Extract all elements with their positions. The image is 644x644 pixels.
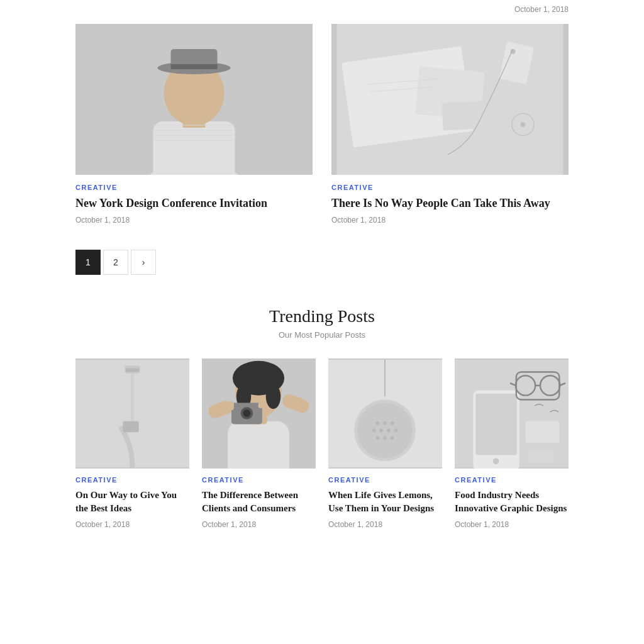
featured-card-2-image [331,24,569,175]
trending-card-3-date: October 1, 2018 [328,520,442,529]
trending-image-phone-glasses [455,358,569,469]
trending-card-1-category: Creative [75,476,189,484]
trending-card-4-date: October 1, 2018 [455,520,569,529]
svg-rect-26 [123,421,138,433]
trending-header: Trending Posts Our Most Popular Posts [75,306,569,340]
trending-card-2-content: Creative The Difference Between Clients … [202,476,316,529]
trending-section: Trending Posts Our Most Popular Posts [75,306,569,529]
svg-point-36 [266,384,280,409]
svg-point-54 [383,436,387,440]
svg-rect-11 [153,140,235,141]
svg-point-39 [243,410,251,418]
trending-card-4-category: Creative [455,476,569,484]
trending-card-1-content: Creative On Our Way to Give You the Best… [75,476,189,529]
trending-card-2-date: October 1, 2018 [202,520,316,529]
trending-card-3-category: Creative [328,476,442,484]
featured-card-1-category: Creative [75,184,313,191]
trending-card-4-title[interactable]: Food Industry Needs Innovative Graphic D… [455,489,569,515]
svg-point-50 [379,429,383,433]
trending-subtitle: Our Most Popular Posts [75,330,569,340]
trending-image-usb [75,358,189,469]
page-2-button[interactable]: 2 [103,250,128,275]
pagination: 1 2 › [75,250,569,275]
svg-point-47 [383,421,387,425]
svg-point-46 [375,421,379,425]
trending-card-2-category: Creative [202,476,316,484]
phone-glasses-illustration [455,358,569,469]
trending-image-speaker [328,358,442,469]
svg-point-19 [521,122,526,127]
svg-rect-2 [153,121,235,175]
svg-rect-25 [131,374,134,429]
speaker-illustration [328,358,442,469]
featured-card-2-title[interactable]: There Is No Way People Can Take This Awa… [331,196,569,211]
svg-point-45 [357,403,413,458]
trending-card-4-image [455,358,569,469]
svg-point-48 [391,421,394,425]
svg-point-49 [372,429,375,433]
trending-card-1: Creative On Our Way to Give You the Best… [75,358,189,529]
svg-rect-10 [153,135,235,136]
trending-card-3-image [328,358,442,469]
top-date-text: October 1, 2018 [514,5,569,14]
svg-rect-58 [475,394,517,455]
svg-point-55 [391,436,394,440]
page-1-button[interactable]: 1 [75,250,101,275]
svg-rect-24 [126,369,139,372]
svg-point-59 [493,458,499,465]
trending-card-2: Creative The Difference Between Clients … [202,358,316,529]
trending-card-2-title[interactable]: The Difference Between Clients and Consu… [202,489,316,515]
man-illustration [75,24,313,175]
featured-image-man [75,24,313,175]
featured-posts-grid: Creative New York Design Conference Invi… [75,24,569,225]
featured-card-1-title[interactable]: New York Design Conference Invitation [75,196,313,211]
svg-rect-66 [526,421,560,443]
trending-image-woman-camera [202,358,316,469]
woman-camera-illustration [202,358,316,469]
featured-card-1-image [75,24,313,175]
featured-card-2-content: Creative There Is No Way People Can Take… [331,175,569,225]
svg-point-52 [394,429,398,433]
featured-card-1-content: Creative New York Design Conference Invi… [75,175,313,225]
trending-title: Trending Posts [75,306,569,326]
featured-card-2: Creative There Is No Way People Can Take… [331,24,569,225]
trending-card-1-title[interactable]: On Our Way to Give You the Best Ideas [75,489,189,515]
usb-illustration [75,358,189,469]
svg-rect-8 [153,125,235,126]
featured-card-1-date: October 1, 2018 [75,216,313,225]
trending-card-3: Creative When Life Gives Lemons, Use The… [328,358,442,529]
trending-card-1-image [75,358,189,469]
trending-card-3-title[interactable]: When Life Gives Lemons, Use Them in Your… [328,489,442,515]
trending-card-4-content: Creative Food Industry Needs Innovative … [455,476,569,529]
trending-card-1-date: October 1, 2018 [75,520,189,529]
stationery-illustration [331,24,569,175]
svg-rect-29 [228,421,289,469]
trending-card-3-content: Creative When Life Gives Lemons, Use The… [328,476,442,529]
featured-card-2-date: October 1, 2018 [331,216,569,225]
top-date: October 1, 2018 [75,0,569,24]
trending-card-4: Creative Food Industry Needs Innovative … [455,358,569,529]
trending-card-2-image [202,358,316,469]
svg-rect-9 [153,130,235,131]
svg-point-51 [387,429,391,433]
svg-rect-40 [229,402,234,411]
featured-card-1: Creative New York Design Conference Invi… [75,24,313,225]
featured-image-stationery [331,24,569,175]
featured-card-2-category: Creative [331,184,569,191]
svg-rect-7 [171,64,218,69]
page-next-button[interactable]: › [131,250,156,275]
svg-rect-67 [528,451,553,464]
trending-grid: Creative On Our Way to Give You the Best… [75,358,569,529]
svg-point-53 [375,436,379,440]
